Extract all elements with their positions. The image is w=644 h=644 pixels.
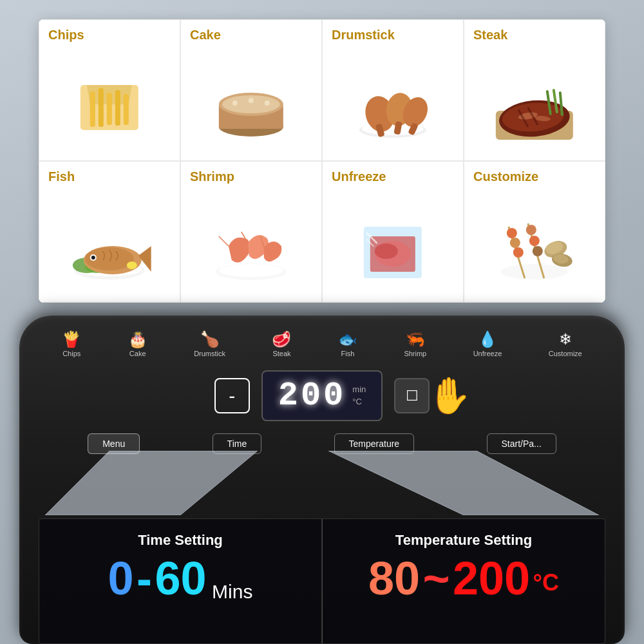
temp-range-end: 200 (453, 553, 530, 604)
temp-range-start: 80 (368, 553, 420, 604)
unfreeze-icon-label: Unfreeze (473, 350, 502, 357)
food-cell-drumstick[interactable]: Drumstick (322, 19, 464, 161)
mode-customize[interactable]: ❄ Customize (549, 332, 582, 357)
svg-point-56 (507, 228, 517, 238)
main-container: Chips Cake (0, 0, 644, 644)
food-label-steak: Steak (473, 28, 507, 43)
bottom-panels: Time Setting 0 - 60 Mins Temperature Set… (39, 518, 605, 644)
plus-button-container: ☐ 🤚 (394, 378, 430, 413)
svg-point-62 (533, 246, 543, 256)
svg-point-13 (265, 100, 270, 106)
temp-setting-value: 80 ~ 200 °C (338, 555, 589, 601)
food-image-chips (53, 55, 166, 161)
plus-button[interactable]: ☐ (394, 378, 430, 413)
food-image-shrimp (195, 197, 307, 303)
food-cell-chips[interactable]: Chips (39, 19, 180, 161)
time-range-start: 0 (108, 553, 134, 604)
time-setting-value: 0 - 60 Mins (55, 555, 306, 601)
mode-chips[interactable]: 🍟 Chips (62, 332, 81, 357)
food-label-drumstick: Drumstick (332, 28, 395, 43)
food-label-unfreeze: Unfreeze (332, 169, 386, 184)
svg-rect-5 (115, 90, 120, 126)
svg-point-41 (127, 261, 137, 269)
svg-point-43 (219, 264, 283, 277)
temp-range-sep: ~ (423, 553, 450, 604)
svg-point-11 (232, 100, 238, 106)
hand-pointer-icon: 🤚 (426, 375, 471, 417)
food-image-unfreeze (337, 197, 449, 303)
svg-rect-6 (124, 94, 129, 125)
food-grid: Chips Cake (39, 19, 605, 303)
fish-icon-label: Fish (341, 350, 355, 357)
svg-point-60 (526, 225, 536, 235)
svg-rect-2 (90, 91, 95, 127)
svg-point-51 (375, 243, 398, 259)
chips-icon-label: Chips (62, 350, 80, 357)
customize-icon-label: Customize (549, 350, 582, 357)
mode-shrimp[interactable]: 🦐 Shrimp (404, 332, 426, 357)
drumstick-icon-label: Drumstick (194, 350, 225, 357)
food-label-chips: Chips (48, 28, 84, 43)
time-range-dash: - (137, 553, 152, 604)
mode-fish[interactable]: 🐟 Fish (338, 332, 357, 357)
start-pause-button[interactable]: Start/Pa... (487, 433, 556, 454)
food-image-cake (195, 55, 307, 161)
food-cell-customize[interactable]: Customize (464, 161, 605, 303)
temp-range-unit: °C (533, 569, 559, 596)
time-range-end: 60 (155, 553, 207, 604)
steak-icon: 🥩 (272, 332, 291, 347)
unfreeze-icon: 💧 (478, 332, 497, 347)
cake-icon: 🎂 (128, 332, 147, 347)
food-image-customize (478, 197, 591, 303)
food-label-shrimp: Shrimp (190, 169, 234, 184)
svg-point-61 (529, 236, 540, 246)
food-cell-fish[interactable]: Fish (39, 161, 180, 303)
fish-icon: 🐟 (338, 332, 357, 347)
food-cell-unfreeze[interactable]: Unfreeze (322, 161, 464, 303)
menu-button[interactable]: Menu (88, 433, 140, 454)
time-setting-panel: Time Setting 0 - 60 Mins (39, 518, 322, 644)
food-cell-steak[interactable]: Steak (464, 19, 605, 161)
food-grid-panel: Chips Cake (39, 19, 605, 303)
svg-line-44 (219, 236, 229, 246)
unit-labels: min °C (352, 384, 366, 407)
svg-point-57 (510, 238, 520, 248)
mode-drumstick[interactable]: 🍗 Drumstick (194, 332, 225, 357)
food-cell-shrimp[interactable]: Shrimp (180, 161, 322, 303)
temp-setting-panel: Temperature Setting 80 ~ 200 °C (322, 518, 605, 644)
svg-rect-3 (99, 88, 104, 127)
mode-steak[interactable]: 🥩 Steak (272, 332, 291, 357)
mode-unfreeze[interactable]: 💧 Unfreeze (473, 332, 502, 357)
drumstick-icon: 🍗 (200, 332, 220, 347)
mode-icons-row: 🍟 Chips 🎂 Cake 🍗 Drumstick 🥩 Steak 🐟 Fis… (0, 316, 644, 361)
svg-rect-4 (107, 93, 112, 125)
steak-icon-label: Steak (272, 350, 290, 357)
temperature-value: 200 (278, 377, 346, 415)
temperature-button[interactable]: Temperature (334, 433, 415, 454)
time-button[interactable]: Time (213, 433, 262, 454)
chips-icon: 🍟 (62, 332, 81, 347)
food-label-fish: Fish (48, 169, 75, 184)
time-setting-title: Time Setting (55, 532, 306, 549)
unit-time: min (352, 384, 366, 395)
minus-button[interactable]: - (214, 378, 250, 413)
svg-point-58 (513, 247, 524, 258)
svg-point-40 (91, 256, 95, 260)
cake-icon-label: Cake (129, 350, 146, 357)
shrimp-icon-label: Shrimp (404, 350, 426, 357)
food-image-steak (478, 55, 591, 161)
food-cell-cake[interactable]: Cake (180, 19, 322, 161)
time-range-unit: Mins (212, 581, 252, 602)
svg-point-12 (249, 98, 254, 103)
food-label-customize: Customize (473, 169, 538, 184)
mode-cake[interactable]: 🎂 Cake (128, 332, 147, 357)
temp-setting-title: Temperature Setting (338, 532, 589, 549)
food-image-drumstick (337, 55, 449, 161)
food-image-fish (53, 197, 166, 303)
svg-point-54 (501, 264, 568, 279)
control-buttons-row: Menu Time Temperature Start/Pa... (0, 431, 644, 457)
customize-icon: ❄ (559, 332, 572, 347)
temperature-display: 200 min °C (261, 370, 383, 421)
display-row: - 200 min °C ☐ 🤚 (0, 361, 644, 431)
unit-temp: °C (352, 396, 366, 408)
